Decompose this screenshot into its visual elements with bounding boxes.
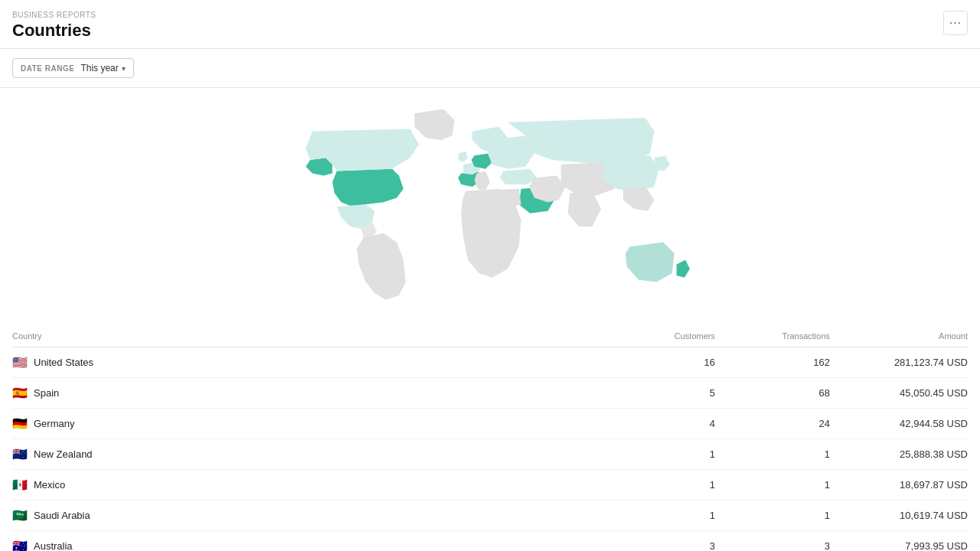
customers-cell: 4 bbox=[600, 418, 715, 429]
world-map bbox=[145, 96, 835, 318]
country-cell: 🇲🇽 Mexico bbox=[12, 478, 600, 492]
transactions-cell: 1 bbox=[715, 510, 830, 521]
turkey-region bbox=[500, 169, 537, 184]
table-row: 🇩🇪 Germany 4 24 42,944.58 USD bbox=[12, 409, 968, 439]
column-header-amount: Amount bbox=[830, 331, 968, 341]
amount-cell: 7,993.95 USD bbox=[830, 540, 968, 551]
countries-table: Country Customers Transactions Amount 🇺🇸… bbox=[0, 325, 980, 551]
date-range-button[interactable]: DATE RANGE This year ▾ bbox=[12, 58, 134, 78]
country-cell: 🇳🇿 New Zealand bbox=[12, 447, 600, 461]
amount-cell: 25,888.38 USD bbox=[830, 448, 968, 460]
usa-region bbox=[332, 169, 403, 207]
country-flag: 🇩🇪 bbox=[12, 416, 28, 431]
country-cell: 🇸🇦 Saudi Arabia bbox=[12, 508, 600, 523]
date-range-value: This year bbox=[80, 63, 118, 73]
amount-cell: 18,697.87 USD bbox=[830, 479, 968, 491]
amount-cell: 10,619.74 USD bbox=[830, 510, 968, 521]
column-header-transactions: Transactions bbox=[715, 331, 830, 341]
country-cell: 🇩🇪 Germany bbox=[12, 416, 600, 431]
table-row: 🇸🇦 Saudi Arabia 1 1 10,619.74 USD bbox=[12, 500, 968, 531]
transactions-cell: 3 bbox=[715, 540, 830, 551]
table-row: 🇦🇺 Australia 3 3 7,993.95 USD bbox=[12, 531, 968, 551]
menu-button[interactable]: ··· bbox=[943, 11, 968, 35]
customers-cell: 1 bbox=[600, 448, 715, 460]
table-body: 🇺🇸 United States 16 162 281,123.74 USD 🇪… bbox=[12, 347, 968, 551]
transactions-cell: 24 bbox=[715, 418, 830, 429]
chevron-down-icon: ▾ bbox=[122, 64, 126, 73]
new-zealand-region bbox=[677, 260, 690, 278]
customers-cell: 16 bbox=[600, 357, 715, 368]
customers-cell: 5 bbox=[600, 387, 715, 399]
country-flag: 🇲🇽 bbox=[12, 478, 28, 492]
world-map-container bbox=[0, 88, 980, 325]
customers-cell: 1 bbox=[600, 510, 715, 521]
table-row: 🇪🇸 Spain 5 68 45,050.45 USD bbox=[12, 378, 968, 409]
country-flag: 🇸🇦 bbox=[12, 508, 28, 523]
amount-cell: 281,123.74 USD bbox=[830, 357, 968, 368]
greenland-region bbox=[414, 109, 454, 140]
date-range-label: DATE RANGE bbox=[21, 64, 74, 73]
country-flag: 🇪🇸 bbox=[12, 386, 28, 400]
eastern-europe-region bbox=[488, 135, 534, 169]
table-header: Country Customers Transactions Amount bbox=[12, 325, 968, 347]
country-flag: 🇦🇺 bbox=[12, 539, 28, 551]
customers-cell: 1 bbox=[600, 479, 715, 491]
country-name: Spain bbox=[34, 387, 59, 399]
india-region bbox=[568, 191, 602, 227]
country-cell: 🇺🇸 United States bbox=[12, 355, 600, 370]
uk-region bbox=[458, 152, 468, 163]
business-reports-label: BUSINESS REPORTS bbox=[12, 11, 968, 19]
transactions-cell: 68 bbox=[715, 387, 830, 399]
country-cell: 🇦🇺 Australia bbox=[12, 539, 600, 551]
country-flag: 🇳🇿 bbox=[12, 447, 28, 461]
table-row: 🇲🇽 Mexico 1 1 18,697.87 USD bbox=[12, 470, 968, 500]
table-row: 🇺🇸 United States 16 162 281,123.74 USD bbox=[12, 347, 968, 378]
country-name: Mexico bbox=[34, 479, 65, 491]
australia-region bbox=[626, 242, 675, 282]
toolbar: DATE RANGE This year ▾ bbox=[0, 49, 980, 88]
table-row: 🇳🇿 New Zealand 1 1 25,888.38 USD bbox=[12, 439, 968, 470]
italy-region bbox=[475, 171, 490, 191]
page-title: Countries bbox=[12, 21, 968, 41]
country-flag: 🇺🇸 bbox=[12, 355, 28, 370]
south-america-region bbox=[357, 233, 406, 300]
country-name: United States bbox=[34, 357, 93, 368]
customers-cell: 3 bbox=[600, 540, 715, 551]
country-name: Australia bbox=[34, 540, 73, 551]
column-header-customers: Customers bbox=[600, 331, 715, 341]
japan-korea-region bbox=[655, 155, 670, 171]
southeast-asia-region bbox=[623, 187, 655, 211]
amount-cell: 45,050.45 USD bbox=[830, 387, 968, 399]
country-name: Saudi Arabia bbox=[34, 510, 90, 521]
transactions-cell: 1 bbox=[715, 448, 830, 460]
transactions-cell: 1 bbox=[715, 479, 830, 491]
column-header-country: Country bbox=[12, 331, 600, 341]
country-cell: 🇪🇸 Spain bbox=[12, 386, 600, 400]
country-name: Germany bbox=[34, 418, 74, 429]
transactions-cell: 162 bbox=[715, 357, 830, 368]
north-africa-region bbox=[466, 189, 521, 209]
country-name: New Zealand bbox=[34, 448, 93, 460]
amount-cell: 42,944.58 USD bbox=[830, 418, 968, 429]
page-header: BUSINESS REPORTS Countries ··· bbox=[0, 0, 980, 49]
